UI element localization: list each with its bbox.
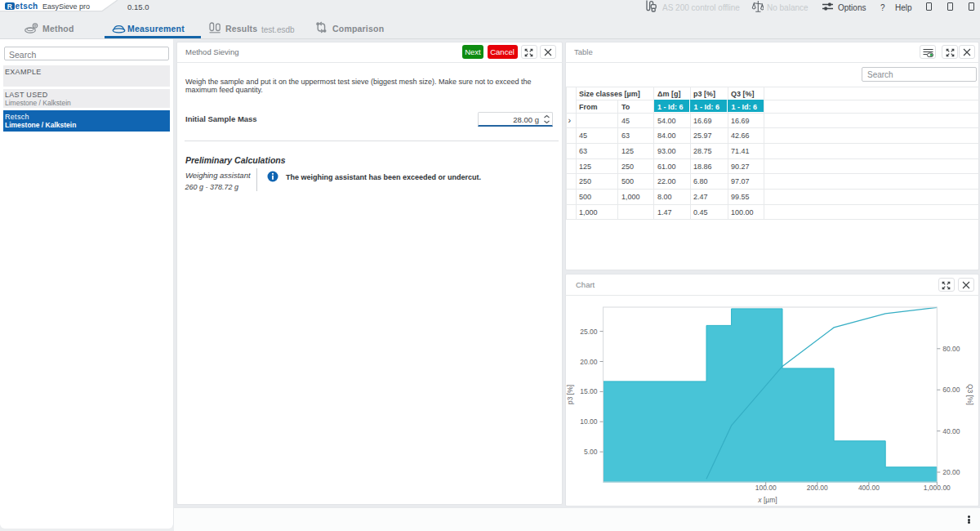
- svg-text:15.00: 15.00: [580, 387, 598, 395]
- svg-text:20.00: 20.00: [942, 468, 960, 476]
- svg-text:80.00: 80.00: [942, 345, 960, 353]
- svg-text:20.00: 20.00: [580, 358, 598, 366]
- svg-text:400.00: 400.00: [858, 484, 880, 492]
- svg-text:200.00: 200.00: [807, 484, 828, 492]
- svg-text:1,000.00: 1,000.00: [924, 484, 951, 492]
- svg-text:60.00: 60.00: [942, 386, 960, 394]
- svg-text:5.00: 5.00: [584, 448, 598, 456]
- svg-text:Q3 [%]: Q3 [%]: [966, 384, 974, 405]
- svg-text:25.00: 25.00: [580, 328, 598, 336]
- svg-text:x [µm]: x [µm]: [757, 496, 777, 504]
- svg-text:p3 [%]: p3 [%]: [566, 385, 574, 404]
- svg-text:10.00: 10.00: [580, 417, 598, 426]
- svg-text:40.00: 40.00: [942, 427, 960, 435]
- svg-text:100.00: 100.00: [755, 484, 777, 492]
